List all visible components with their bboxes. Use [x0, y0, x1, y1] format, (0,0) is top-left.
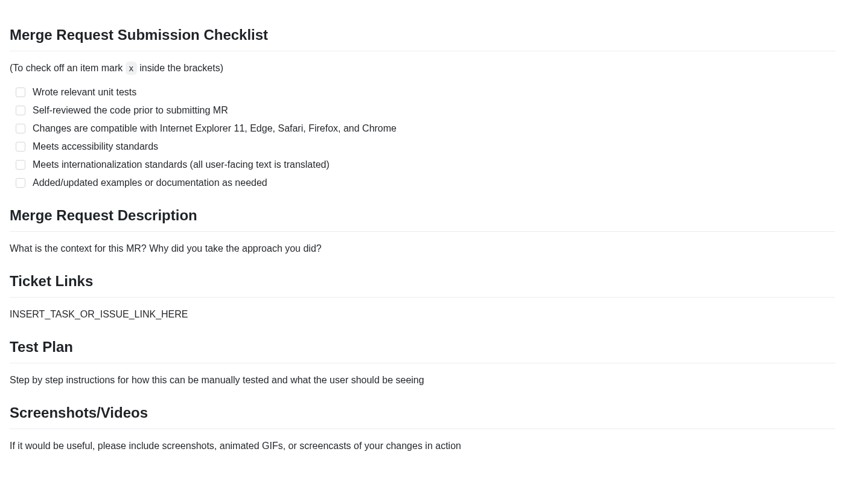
checklist-heading: Merge Request Submission Checklist — [10, 24, 835, 51]
checklist-item: Wrote relevant unit tests — [16, 85, 835, 100]
checklist-checkbox[interactable] — [16, 106, 25, 115]
description-body: What is the context for this MR? Why did… — [10, 241, 835, 256]
checklist-item: Changes are compatible with Internet Exp… — [16, 121, 835, 136]
screenshots-body: If it would be useful, please include sc… — [10, 439, 835, 453]
checklist-checkbox[interactable] — [16, 178, 25, 188]
checklist-label: Meets internationalization standards (al… — [33, 158, 330, 172]
screenshots-heading: Screenshots/Videos — [10, 402, 835, 429]
test-plan-body: Step by step instructions for how this c… — [10, 373, 835, 388]
checklist-label: Meets accessibility standards — [33, 139, 158, 154]
checklist-intro-code: x — [126, 62, 137, 74]
checklist-item: Meets internationalization standards (al… — [16, 158, 835, 172]
checklist-intro-prefix: (To check off an item mark — [10, 63, 126, 73]
checklist-task-list: Wrote relevant unit tests Self-reviewed … — [10, 85, 835, 190]
checklist-label: Changes are compatible with Internet Exp… — [33, 121, 397, 136]
test-plan-heading: Test Plan — [10, 336, 835, 363]
description-heading: Merge Request Description — [10, 205, 835, 232]
checklist-item: Added/updated examples or documentation … — [16, 176, 835, 190]
checklist-label: Added/updated examples or documentation … — [33, 176, 267, 190]
checklist-intro-suffix: inside the brackets) — [137, 63, 223, 73]
checklist-item: Meets accessibility standards — [16, 139, 835, 154]
checklist-checkbox[interactable] — [16, 88, 25, 97]
checklist-checkbox[interactable] — [16, 160, 25, 170]
checklist-label: Wrote relevant unit tests — [33, 85, 136, 100]
checklist-label: Self-reviewed the code prior to submitti… — [33, 103, 228, 118]
ticket-links-body: INSERT_TASK_OR_ISSUE_LINK_HERE — [10, 307, 835, 322]
checklist-intro: (To check off an item mark x inside the … — [10, 61, 835, 75]
checklist-checkbox[interactable] — [16, 142, 25, 152]
checklist-item: Self-reviewed the code prior to submitti… — [16, 103, 835, 118]
ticket-links-heading: Ticket Links — [10, 270, 835, 298]
checklist-checkbox[interactable] — [16, 124, 25, 133]
